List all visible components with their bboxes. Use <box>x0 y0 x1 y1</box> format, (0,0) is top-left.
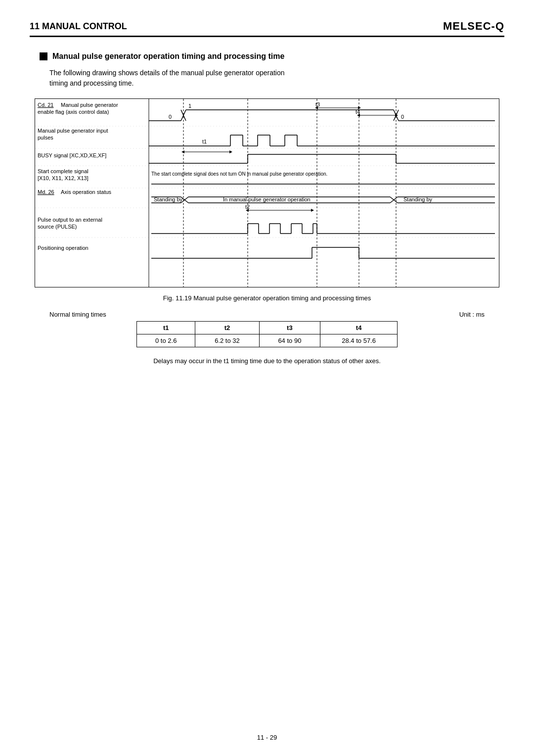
col-t4: t4 <box>320 322 398 334</box>
col-t1: t1 <box>137 322 195 334</box>
timing-diagram: Cd. 21 Manual pulse generator enable fla… <box>35 98 499 287</box>
table-data-row: 0 to 2.6 6.2 to 32 64 to 90 28.4 to 57.6 <box>137 334 398 347</box>
unit-label: Unit : ms <box>459 311 485 318</box>
svg-text:enable flag (axis control data: enable flag (axis control data) <box>38 109 109 115</box>
svg-text:Axis operation status: Axis operation status <box>61 189 112 195</box>
col-t3: t3 <box>259 322 320 334</box>
fig-caption: Fig. 11.19 Manual pulse generator operat… <box>30 294 504 302</box>
chapter-title: 11 MANUAL CONTROL <box>30 21 443 32</box>
table-header-row: Normal timing times Unit : ms <box>49 311 485 318</box>
svg-text:t3: t3 <box>315 101 320 107</box>
svg-text:In manual pulse generator oper: In manual pulse generator operation <box>223 196 311 202</box>
section-title-text: Manual pulse generator operation timing … <box>52 52 284 61</box>
svg-text:Md. 26: Md. 26 <box>38 189 54 195</box>
section-description: The following drawing shows details of t… <box>49 68 504 89</box>
svg-text:0: 0 <box>401 114 404 120</box>
svg-text:Pulse output to an external: Pulse output to an external <box>38 217 102 223</box>
note-text: Delays may occur in the t1 timing time d… <box>30 357 504 365</box>
svg-marker-81 <box>311 209 314 212</box>
svg-text:Positioning operation: Positioning operation <box>38 245 89 251</box>
brand-title: MELSEC-Q <box>443 20 504 33</box>
svg-marker-52 <box>229 150 232 153</box>
page: 11 MANUAL CONTROL MELSEC-Q Manual pulse … <box>0 0 534 756</box>
svg-text:t4: t4 <box>356 109 360 115</box>
svg-text:t1: t1 <box>202 139 207 144</box>
svg-text:[X10, X11, X12, X13]: [X10, X11, X12, X13] <box>38 175 89 181</box>
section-title: Manual pulse generator operation timing … <box>40 52 504 61</box>
section-bullet <box>40 52 47 60</box>
val-t2: 6.2 to 32 <box>195 334 259 347</box>
description-line2: timing and processing time. <box>49 78 504 89</box>
description-line1: The following drawing shows details of t… <box>49 68 504 78</box>
val-t1: 0 to 2.6 <box>137 334 195 347</box>
svg-text:Start complete signal: Start complete signal <box>38 168 89 174</box>
svg-text:Cd. 21: Cd. 21 <box>38 102 53 108</box>
col-t2: t2 <box>195 322 259 334</box>
svg-text:Manual pulse generator: Manual pulse generator <box>61 102 118 108</box>
page-number: 11 - 29 <box>0 734 534 741</box>
svg-text:t2: t2 <box>245 204 250 210</box>
svg-text:source (PULSE): source (PULSE) <box>38 224 77 230</box>
svg-text:Manual pulse generator input: Manual pulse generator input <box>38 128 108 134</box>
svg-text:The start complete signal does: The start complete signal does not turn … <box>151 171 327 177</box>
timing-table: t1 t2 t3 t4 0 to 2.6 6.2 to 32 64 to 90 … <box>136 321 398 347</box>
val-t4: 28.4 to 57.6 <box>320 334 398 347</box>
val-t3: 64 to 90 <box>259 334 320 347</box>
svg-text:BUSY signal  [XC,XD,XE,XF]: BUSY signal [XC,XD,XE,XF] <box>38 152 106 158</box>
svg-text:Standing by: Standing by <box>154 196 183 202</box>
page-header: 11 MANUAL CONTROL MELSEC-Q <box>30 20 504 37</box>
table-header-row-el: t1 t2 t3 t4 <box>137 322 398 334</box>
table-section: Normal timing times Unit : ms t1 t2 t3 t… <box>49 311 485 347</box>
normal-timing-label: Normal timing times <box>49 311 106 318</box>
svg-marker-51 <box>181 150 184 153</box>
svg-text:Standing by: Standing by <box>403 196 433 202</box>
svg-text:1: 1 <box>188 103 191 109</box>
svg-text:0: 0 <box>169 114 172 120</box>
svg-text:pulses: pulses <box>38 135 53 141</box>
